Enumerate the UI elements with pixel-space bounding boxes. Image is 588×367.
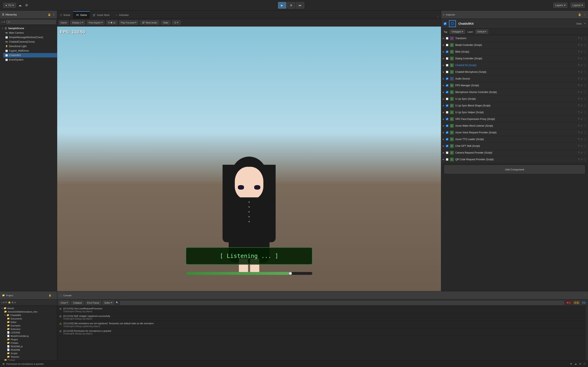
comp-help-3[interactable]: ? [578, 57, 579, 60]
comp-help-18[interactable]: ? [578, 158, 579, 161]
project-item-readme-ja[interactable]: 📄 README.ja [0, 345, 57, 348]
console-more-icon[interactable]: ⋮ [584, 294, 586, 297]
comp-more-14[interactable]: ⋮ [584, 131, 586, 134]
project-more-icon[interactable]: ⋮ [53, 294, 55, 297]
project-item-scripts[interactable]: 📁 Scripts [0, 351, 57, 355]
comp-checkbox-9[interactable] [446, 98, 448, 100]
comp-more-11[interactable]: ⋮ [584, 111, 586, 114]
component-header-9[interactable]: ▶ # U Lip Sync (Script) ? ⤢ ⋮ [441, 96, 588, 102]
collapse-button[interactable]: Collapse [71, 301, 84, 305]
comp-more-1[interactable]: ⋮ [584, 44, 586, 47]
comp-help-0[interactable]: ? [578, 37, 579, 40]
display-dropdown[interactable]: Display 1 ▾ [70, 20, 85, 25]
comp-more-10[interactable]: ⋮ [584, 104, 586, 107]
comp-more-6[interactable]: ⋮ [584, 77, 586, 80]
comp-more-12[interactable]: ⋮ [584, 118, 586, 120]
play-focused-dropdown[interactable]: Play Focused ▾ [119, 20, 138, 25]
comp-edit-9[interactable]: ⤢ [581, 98, 583, 100]
aspect-dropdown[interactable]: Free Aspect ▾ [87, 20, 104, 25]
comp-edit-4[interactable]: ⤢ [581, 64, 583, 67]
comp-edit-8[interactable]: ⤢ [581, 91, 583, 94]
layers-dropdown[interactable]: Layers ▾ [553, 3, 567, 8]
warning-badge[interactable]: ⚠ 5 [573, 301, 580, 304]
layout-dropdown[interactable]: Layout ▾ [571, 3, 585, 8]
stats-btn[interactable]: Stats [161, 21, 171, 25]
play-button[interactable]: ▶ [278, 2, 286, 8]
project-filter-icon[interactable]: ⊞ [12, 301, 13, 304]
comp-more-5[interactable]: ⋮ [584, 71, 586, 73]
console-search-input[interactable] [120, 301, 564, 305]
account-icon[interactable]: ⚙ [24, 3, 29, 8]
console-entry-3[interactable]: ⊗ [12:14:02] Permission for microphone i… [57, 328, 586, 336]
tab-game[interactable]: 🎮 Game [73, 11, 90, 18]
inspector-more-icon[interactable]: ⋮ [583, 13, 586, 16]
comp-checkbox-7[interactable] [446, 84, 448, 87]
comp-edit-0[interactable]: ⤢ [581, 37, 583, 40]
comp-checkbox-2[interactable] [446, 50, 448, 53]
comp-checkbox-4[interactable] [446, 64, 448, 67]
comp-help-12[interactable]: ? [578, 118, 579, 120]
tag-dropdown[interactable]: Untagged ▾ [450, 30, 465, 34]
status-icon-4[interactable]: ⬡ [584, 363, 586, 365]
component-header-8[interactable]: ▶ # Microphone Volume Controller (Script… [441, 89, 588, 95]
component-header-12[interactable]: ▶ # VRC Face Expression Proxy (Script) ?… [441, 116, 588, 122]
comp-edit-3[interactable]: ⤢ [581, 57, 583, 60]
hierarchy-search-input[interactable] [6, 20, 56, 24]
status-icon-1[interactable]: ⚙ [570, 363, 572, 365]
comp-checkbox-15[interactable] [446, 138, 448, 141]
comp-edit-12[interactable]: ⤢ [581, 118, 583, 120]
hierarchy-add-icon[interactable]: + [1, 21, 2, 23]
hierarchy-item-dirlight[interactable]: 💡 Directional Light [3, 44, 57, 49]
comp-more-0[interactable]: ⋮ [584, 37, 586, 40]
comp-edit-18[interactable]: ⤢ [581, 158, 583, 161]
hierarchy-item-chatdollkit[interactable]: ⬜ ChatdollKit [3, 53, 57, 58]
layer-dropdown[interactable]: Default ▾ [476, 30, 488, 34]
component-header-17[interactable]: ▶ # Camera Request Provider (Script) ? ⤢… [441, 150, 588, 156]
comp-edit-7[interactable]: ⤢ [581, 84, 583, 87]
mute-audio-btn[interactable]: 🔊 Mute Audio [140, 20, 159, 25]
project-item-license[interactable]: 📄 LICENSE [0, 331, 57, 334]
comp-help-17[interactable]: ? [578, 151, 579, 154]
project-item-extension[interactable]: 📁 Extension [0, 327, 57, 331]
component-header-13[interactable]: ▶ # Azure Wake Word Listener (Script) ? … [441, 123, 588, 129]
comp-edit-2[interactable]: ⤢ [581, 50, 583, 53]
project-add-icon[interactable]: + [1, 301, 2, 304]
comp-more-3[interactable]: ⋮ [584, 57, 586, 60]
hierarchy-item-samplescene[interactable]: ▼ 🎬 SampleScene [0, 26, 57, 31]
comp-help-2[interactable]: ? [578, 50, 579, 53]
cloud-icon[interactable]: ☁ [17, 3, 22, 8]
comp-edit-1[interactable]: ⤢ [581, 44, 583, 47]
comp-help-16[interactable]: ? [578, 145, 579, 147]
comp-help-1[interactable]: ? [578, 44, 579, 47]
component-header-1[interactable]: ▶ # Model Controller (Script) ? ⤢ ⋮ [441, 42, 588, 48]
component-header-2[interactable]: ▶ # Blink (Script) ? ⤢ ⋮ [441, 49, 588, 55]
editor-button[interactable]: Editor ▾ [103, 301, 114, 305]
comp-checkbox-16[interactable] [446, 145, 448, 147]
comp-help-14[interactable]: ? [578, 131, 579, 134]
hierarchy-item-simplemessage[interactable]: ⬜ SimpleMessageWindow(Clone) [3, 35, 57, 40]
comp-help-7[interactable]: ? [578, 84, 579, 87]
component-header-14[interactable]: ▶ # Azure Voice Request Provider (Script… [441, 129, 588, 136]
hierarchy-item-maincamera[interactable]: 📷 Main Camera [3, 31, 57, 35]
project-item-editor[interactable]: 📁 Editor [0, 320, 57, 324]
comp-edit-10[interactable]: ⤢ [581, 104, 583, 107]
project-item-assets[interactable]: ▼ 📁 Assets [0, 307, 57, 310]
component-header-18[interactable]: ▶ # QR Code Request Provider (Script) ? … [441, 156, 588, 163]
project-refresh-icon[interactable]: ⟳ [5, 301, 7, 304]
progress-handle[interactable] [289, 272, 292, 275]
tab-asset-store[interactable]: 🛒 Asset Store [90, 11, 112, 18]
comp-more-8[interactable]: ⋮ [584, 91, 586, 94]
hierarchy-item-cygnet[interactable]: ⬜ Cygnet_MidiDress [3, 49, 57, 53]
console-scrollbar[interactable] [586, 306, 588, 360]
tab-scene[interactable]: ⬡ Scene [57, 11, 73, 18]
project-item-examples[interactable]: 📁 Examples [0, 324, 57, 327]
comp-edit-16[interactable]: ⤢ [581, 145, 583, 147]
comp-help-8[interactable]: ? [578, 91, 579, 94]
step-button[interactable]: ⏭ [296, 2, 304, 8]
component-header-15[interactable]: ▶ # Azure TTS Loader (Script) ? ⤢ ⋮ [441, 136, 588, 142]
comp-checkbox-6[interactable] [446, 77, 448, 80]
project-search-icon[interactable]: ⭐ [8, 301, 11, 304]
comp-edit-11[interactable]: ⤢ [581, 111, 583, 114]
hierarchy-panel-header[interactable]: ☰ Hierarchy 🔓 ⋮ [0, 11, 57, 19]
comp-checkbox-1[interactable] [446, 44, 448, 46]
